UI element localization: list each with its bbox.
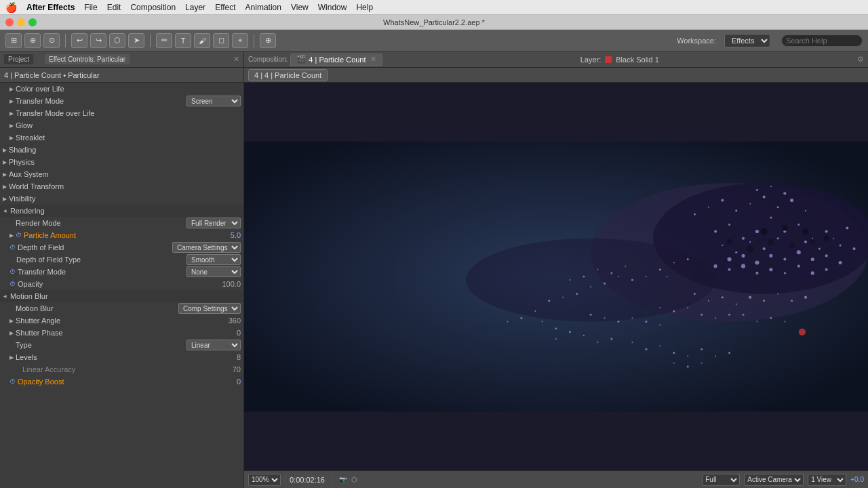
prop-shutter-angle[interactable]: ▶ Shutter Angle 360	[0, 314, 243, 327]
svg-point-85	[590, 314, 592, 316]
linear-accuracy-value[interactable]: 70	[233, 365, 241, 373]
zoom-select[interactable]: 100% 50% 200%	[248, 474, 281, 486]
menu-layer[interactable]: Layer	[185, 3, 205, 12]
prop-name: Transfer Mode over Life	[16, 109, 241, 117]
toolbar-pen-btn[interactable]: ✏	[156, 33, 172, 48]
stopwatch-icon[interactable]: ⏱	[9, 281, 16, 287]
dof-type-dropdown[interactable]: Smooth	[186, 254, 241, 265]
prop-dof-type[interactable]: Depth of Field Type Smooth	[0, 253, 243, 266]
toolbar-shape-btn[interactable]: ◻	[213, 33, 229, 48]
camera-select[interactable]: Active Camera	[744, 474, 804, 486]
motion-blur-dropdown[interactable]: Comp Settings	[178, 303, 241, 314]
minimize-button[interactable]	[17, 18, 25, 26]
prop-glow[interactable]: ▶ Glow	[0, 119, 243, 131]
shutter-angle-value[interactable]: 360	[229, 317, 241, 325]
menu-window[interactable]: Window	[318, 3, 347, 12]
prop-motion-blur[interactable]: ▶ Motion Blur Comp Settings	[0, 302, 243, 314]
close-button[interactable]	[5, 18, 14, 26]
prop-type[interactable]: ▶ Type Linear	[0, 339, 243, 351]
opacity-value[interactable]: 100.0	[222, 280, 241, 288]
toolbar-roto-btn[interactable]: ⌖	[232, 33, 248, 48]
prop-streaklet[interactable]: ▶ Streaklet	[0, 131, 243, 144]
prop-motion-blur-section[interactable]: ▼ Motion Blur	[0, 290, 243, 302]
toolbar-puppet-btn[interactable]: ⊕	[260, 33, 276, 48]
workspace-select[interactable]: Effects	[724, 34, 770, 47]
transfer-mode-dropdown[interactable]: Screen	[186, 96, 241, 106]
transfer-mode-2-dropdown[interactable]: None	[186, 266, 241, 277]
prop-rendering[interactable]: ▼ Rendering	[0, 205, 243, 217]
particle-tab-item[interactable]: 4 | 4 | Particle Count	[248, 69, 328, 81]
prop-opacity[interactable]: ⏱ Opacity 100.0	[0, 278, 243, 290]
prop-transfer-mode-over-life[interactable]: ▶ Transfer Mode over Life	[0, 107, 243, 119]
prop-world-transform[interactable]: ▶ World Transform	[0, 180, 243, 192]
svg-point-82	[534, 310, 536, 312]
prop-transfer-mode-2[interactable]: ⏱ Transfer Mode None	[0, 266, 243, 278]
toolbar-select-btn[interactable]: ➤	[128, 33, 144, 48]
menu-edit[interactable]: Edit	[107, 3, 121, 12]
levels-value[interactable]: 8	[237, 353, 241, 361]
svg-point-106	[768, 239, 774, 245]
render-mode-dropdown[interactable]: Full Render	[186, 218, 241, 228]
menu-effect[interactable]: Effect	[215, 3, 235, 12]
menu-composition[interactable]: Composition	[130, 3, 176, 12]
apple-menu[interactable]: 🍎	[5, 2, 17, 13]
stopwatch-icon[interactable]: ⏱	[9, 244, 16, 251]
stopwatch-icon[interactable]: ⏱	[9, 268, 16, 275]
svg-point-102	[597, 342, 598, 343]
toolbar-brush-btn[interactable]: 🖌	[194, 33, 210, 48]
settings-icon[interactable]: ⚙	[857, 55, 864, 64]
prop-shutter-phase[interactable]: ▶ Shutter Phase 0	[0, 327, 243, 339]
prop-visibility[interactable]: ▶ Visibility	[0, 192, 243, 205]
project-tab[interactable]: Project	[4, 54, 33, 64]
menu-animation[interactable]: Animation	[245, 3, 281, 12]
toolbar-zoom-btn[interactable]: ⊕	[24, 33, 41, 48]
search-help-input[interactable]	[781, 35, 863, 47]
prop-render-mode[interactable]: ▶ Render Mode Full Render	[0, 217, 243, 229]
prop-name: Shading	[9, 146, 241, 154]
svg-point-117	[569, 279, 570, 281]
opacity-boost-value[interactable]: 0	[237, 378, 241, 386]
comp-tab[interactable]: 🎬 4 | Particle Count ✕	[290, 54, 382, 66]
menu-file[interactable]: File	[84, 3, 97, 12]
prop-particle-amount[interactable]: ▶ ⏱ Particle Amount 5.0	[0, 229, 243, 241]
prop-levels[interactable]: ▶ Levels 8	[0, 351, 243, 363]
views-select[interactable]: 1 View 2 Views	[808, 474, 846, 486]
prop-linear-accuracy[interactable]: ▶ Linear Accuracy 70	[0, 363, 243, 375]
prop-opacity-boost[interactable]: ⏱ Opacity Boost 0	[0, 375, 243, 388]
toolbar-home-btn[interactable]: ⊞	[5, 33, 22, 48]
prop-aux-system[interactable]: ▶ Aux System	[0, 168, 243, 180]
prop-physics[interactable]: ▶ Physics	[0, 156, 243, 168]
toolbar-circle-btn[interactable]: ⊙	[43, 33, 60, 48]
stopwatch-icon[interactable]: ⏱	[16, 232, 22, 239]
quality-select[interactable]: Full Half Third Quarter	[702, 474, 740, 486]
menu-help[interactable]: Help	[356, 3, 373, 12]
svg-point-55	[659, 268, 661, 270]
svg-point-38	[741, 254, 745, 258]
shutter-phase-value[interactable]: 0	[237, 329, 241, 337]
toolbar-redo-btn[interactable]: ↪	[90, 33, 106, 48]
panel-close-icon[interactable]: ✕	[233, 55, 239, 64]
type-dropdown[interactable]: Linear	[186, 340, 241, 350]
prop-transfer-mode[interactable]: ▶ Transfer Mode Screen	[0, 95, 243, 107]
particle-amount-value[interactable]: 5.0	[231, 231, 241, 239]
menu-view[interactable]: View	[291, 3, 309, 12]
svg-point-54	[825, 268, 828, 271]
prop-color-over-life[interactable]: ▶ Color over Life	[0, 83, 243, 95]
svg-point-100	[569, 331, 571, 333]
region-icon[interactable]: ⬡	[351, 476, 357, 483]
toolbar-undo-btn[interactable]: ↩	[71, 33, 87, 48]
effect-controls-tab[interactable]: Effect Controls: Particular	[45, 54, 130, 64]
stopwatch-icon[interactable]: ⏱	[9, 378, 16, 385]
comp-tab-close-icon[interactable]: ✕	[370, 55, 376, 64]
prop-depth-of-field[interactable]: ⏱ Depth of Field Camera Settings	[0, 241, 243, 253]
layer-name: Black Solid 1	[616, 56, 659, 64]
composition-view[interactable]	[244, 83, 868, 470]
toolbar-text-btn[interactable]: T	[175, 33, 191, 48]
toolbar-toggle-btn[interactable]: ⬡	[109, 33, 125, 48]
prop-shading[interactable]: ▶ Shading	[0, 144, 243, 156]
maximize-button[interactable]	[28, 18, 37, 26]
camera-icon[interactable]: 📷	[339, 476, 347, 483]
svg-point-88	[631, 317, 633, 319]
svg-point-94	[673, 352, 675, 354]
dof-dropdown[interactable]: Camera Settings	[172, 242, 241, 253]
